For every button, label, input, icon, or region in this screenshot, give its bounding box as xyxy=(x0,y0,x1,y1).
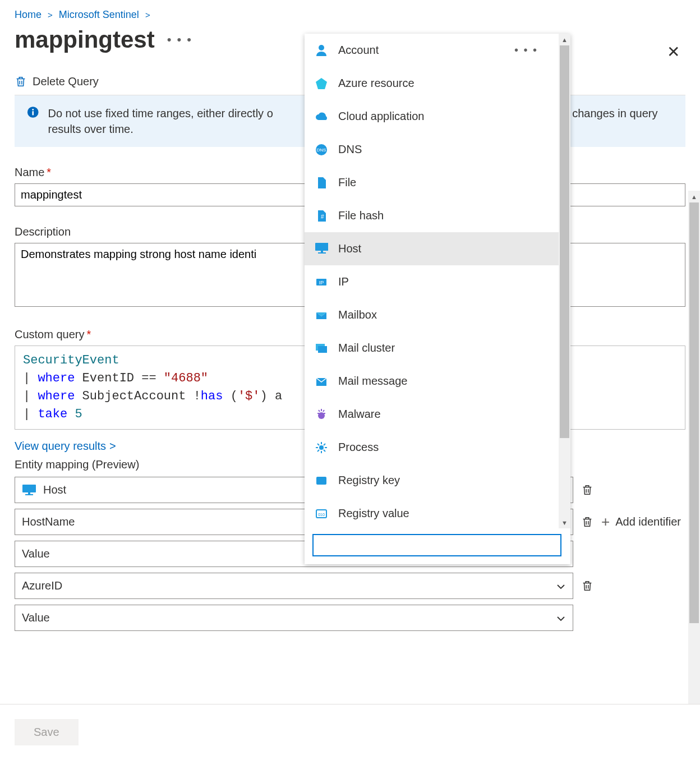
ip-icon xyxy=(315,275,328,289)
dropdown-item-regval[interactable]: Registry value xyxy=(305,497,570,528)
chevron-right-icon: > xyxy=(145,10,150,20)
azure-icon xyxy=(315,77,328,90)
mailmsg-icon xyxy=(315,375,328,388)
plus-icon: + xyxy=(601,513,610,531)
dropdown-item-label: File hash xyxy=(338,209,384,222)
entity-type-dropdown-panel: Account• • •Azure resourceCloud applicat… xyxy=(305,34,570,564)
dropdown-item-process[interactable]: Process xyxy=(305,431,570,464)
delete-identifier-2-button[interactable] xyxy=(581,579,593,592)
dropdown-item-label: Azure resource xyxy=(338,77,415,90)
add-identifier-label: Add identifier xyxy=(615,515,681,528)
regval-icon xyxy=(315,507,328,521)
delete-entity-button[interactable] xyxy=(581,483,593,496)
dropdown-item-dns[interactable]: DNS xyxy=(305,133,570,166)
info-icon xyxy=(27,105,39,119)
value-1-value: Value xyxy=(22,547,50,560)
dropdown-item-label: IP xyxy=(338,275,349,288)
value-2-value: Value xyxy=(22,611,50,624)
dropdown-item-label: Account xyxy=(338,44,379,57)
delete-query-label: Delete Query xyxy=(33,75,99,88)
dropdown-search-input[interactable] xyxy=(312,534,561,556)
identifier-1-value: HostName xyxy=(22,515,75,528)
mailbox-icon xyxy=(315,308,328,322)
dropdown-item-label: Registry key xyxy=(338,474,400,487)
identifier-2-dropdown[interactable]: AzureID xyxy=(15,573,573,599)
dropdown-item-cloud[interactable]: Cloud application xyxy=(305,100,570,133)
filehash-icon xyxy=(315,209,328,223)
cloud-icon xyxy=(315,110,328,123)
more-actions-button[interactable]: • • • xyxy=(167,33,192,47)
dropdown-item-ip[interactable]: IP xyxy=(305,265,570,298)
dropdown-scrollbar[interactable]: ▲▼ xyxy=(559,34,570,528)
add-identifier-button[interactable]: + Add identifier xyxy=(601,513,681,531)
dropdown-item-malware[interactable]: Malware xyxy=(305,398,570,431)
page-title: mappingtest xyxy=(15,26,155,53)
dropdown-item-label: Host xyxy=(338,242,361,255)
page-scrollbar[interactable]: ▲▼ xyxy=(688,191,700,712)
dropdown-item-regkey[interactable]: Registry key xyxy=(305,464,570,497)
info-text-left: Do not use fixed time ranges, either dir… xyxy=(48,107,273,119)
delete-identifier-1-button[interactable] xyxy=(581,515,593,528)
dropdown-item-azure[interactable]: Azure resource xyxy=(305,67,570,100)
identifier-2-value: AzureID xyxy=(22,579,62,592)
dropdown-item-filehash[interactable]: File hash xyxy=(305,199,570,232)
dropdown-item-label: File xyxy=(338,176,356,189)
dropdown-item-label: Mail cluster xyxy=(338,342,395,354)
delete-query-button[interactable]: Delete Query xyxy=(15,75,99,88)
dropdown-item-host[interactable]: Host xyxy=(305,232,570,265)
trash-icon xyxy=(15,75,27,88)
save-button[interactable]: Save xyxy=(15,719,79,745)
breadcrumb: Home > Microsoft Sentinel > xyxy=(15,0,685,24)
dropdown-item-label: Process xyxy=(338,441,379,454)
view-query-results-link[interactable]: View query results> xyxy=(15,440,116,453)
breadcrumb-sentinel[interactable]: Microsoft Sentinel xyxy=(59,9,139,20)
dropdown-item-label: Cloud application xyxy=(338,110,424,123)
mailcluster-icon xyxy=(315,342,328,355)
host-icon xyxy=(315,242,328,256)
dropdown-item-label: Malware xyxy=(338,408,381,421)
regkey-icon xyxy=(315,474,328,487)
dropdown-item-mailbox[interactable]: Mailbox xyxy=(305,298,570,331)
breadcrumb-home[interactable]: Home xyxy=(15,9,42,20)
chevron-right-icon: > xyxy=(48,10,53,20)
chevron-down-icon xyxy=(556,581,566,591)
host-icon xyxy=(22,484,36,495)
footer: Save xyxy=(0,704,700,760)
dropdown-item-account[interactable]: Account• • • xyxy=(305,34,570,67)
close-icon[interactable]: ✕ xyxy=(667,43,680,61)
account-icon xyxy=(315,44,328,57)
dropdown-item-more[interactable]: • • • xyxy=(514,44,538,57)
process-icon xyxy=(315,441,328,454)
file-icon xyxy=(315,176,328,190)
entity-type-value: Host xyxy=(43,483,66,496)
dropdown-item-mailcluster[interactable]: Mail cluster xyxy=(305,331,570,365)
dropdown-item-label: Mailbox xyxy=(338,308,377,321)
dropdown-item-label: Registry value xyxy=(338,507,409,520)
malware-icon xyxy=(315,408,328,421)
dns-icon xyxy=(315,143,328,156)
value-2-dropdown[interactable]: Value xyxy=(15,605,573,631)
dropdown-item-label: DNS xyxy=(338,143,362,156)
chevron-down-icon xyxy=(556,612,566,623)
dropdown-item-mailmsg[interactable]: Mail message xyxy=(305,365,570,398)
dropdown-item-file[interactable]: File xyxy=(305,166,570,199)
dropdown-item-label: Mail message xyxy=(338,375,407,388)
